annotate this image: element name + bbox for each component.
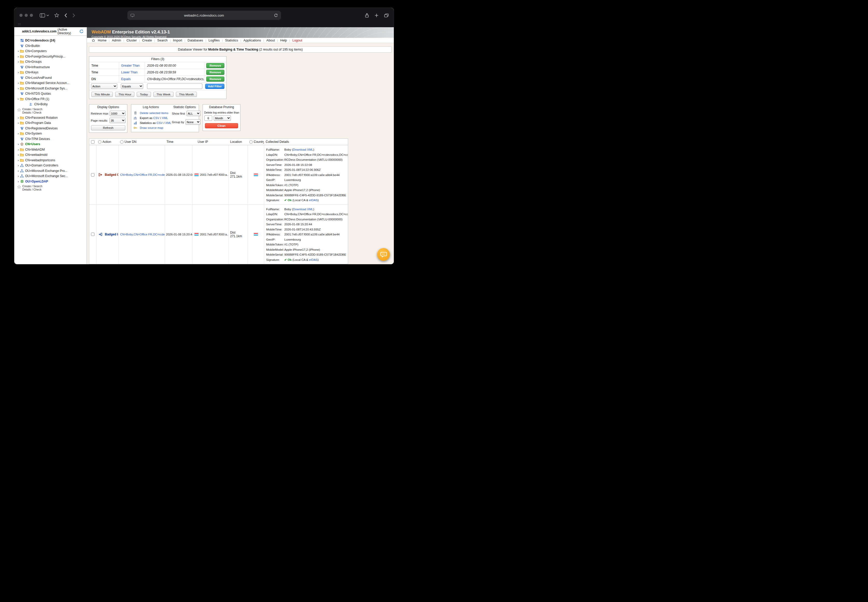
show-first-select[interactable]: ALL xyxy=(186,111,200,116)
tree-item-cn-program-data[interactable]: ›CN=Program Data xyxy=(17,120,86,126)
menu-item-about[interactable]: About xyxy=(266,38,275,42)
filter-operator[interactable]: Lower Than xyxy=(119,69,145,75)
menu-item-home[interactable]: Home xyxy=(91,38,106,42)
tree-item-ou-microsoft-exchange-pro[interactable]: ›OU=Microsoft Exchange Pro... xyxy=(17,168,86,174)
quick-filter-this-week[interactable]: This Week xyxy=(153,92,174,97)
chevron-right-icon[interactable]: › xyxy=(17,121,20,124)
sort-user-dn-radio[interactable] xyxy=(120,140,123,144)
tree-item-cn-groups[interactable]: ›CN=Groups xyxy=(17,59,86,64)
back-button[interactable] xyxy=(64,13,67,18)
quick-filter-this-hour[interactable]: This Hour xyxy=(115,92,134,97)
tree-action-create[interactable]: Create xyxy=(22,108,31,111)
menu-item-search[interactable]: Search xyxy=(157,38,168,42)
inline-link-draw-source-map[interactable]: Draw source map xyxy=(140,126,163,129)
tree-item-cn-users[interactable]: ›CN=Users xyxy=(17,141,86,147)
bookmark-star-button[interactable] xyxy=(54,13,59,18)
pruning-unit-select[interactable]: Month xyxy=(214,115,231,121)
chevron-right-icon[interactable]: › xyxy=(17,60,20,63)
menu-item-help[interactable]: Help xyxy=(280,38,287,42)
menu-item-admin[interactable]: Admin xyxy=(112,38,121,42)
tree-item-cn-builtin[interactable]: CN=Builtin xyxy=(17,43,86,49)
tree-action-create[interactable]: Create xyxy=(22,184,31,188)
tree-item-cn-registereddevices[interactable]: CN=RegisteredDevices xyxy=(17,126,86,131)
tree-item-ou-domain-controllers[interactable]: ›OU=Domain Controllers xyxy=(17,163,86,168)
tree-item-cn-webadm[interactable]: ›CN=WebADM xyxy=(17,147,86,152)
tree-item-cn-infrastructure[interactable]: CN=Infrastructure xyxy=(17,64,86,70)
menu-item-cluster[interactable]: Cluster xyxy=(126,38,137,42)
tree-item-cn-computers[interactable]: ›CN=Computers xyxy=(17,49,86,54)
filter-operator[interactable]: Greater Than xyxy=(119,62,145,69)
tree-item-cn-keys[interactable]: ›CN=Keys xyxy=(17,70,86,75)
filter-operator[interactable]: Equals xyxy=(119,76,145,82)
quick-filter-today[interactable]: Today xyxy=(137,92,151,97)
tree-action-check[interactable]: Check xyxy=(34,188,42,191)
chevron-right-icon[interactable]: › xyxy=(17,148,20,151)
chevron-right-icon[interactable]: › xyxy=(17,132,20,135)
inline-link-download-xml[interactable]: Download XML xyxy=(293,208,313,211)
tree-action-search[interactable]: Search xyxy=(33,184,42,188)
clean-button[interactable]: Clean xyxy=(205,123,238,128)
remove-filter-button[interactable]: Remove xyxy=(206,77,225,82)
chevron-right-icon[interactable]: › xyxy=(17,81,20,84)
menu-item-applications[interactable]: Applications xyxy=(243,38,261,42)
tree-item-cn-tpm-devices[interactable]: CN=TPM Devices xyxy=(17,137,86,142)
tree-item-cn-foreignsecurityprincip[interactable]: ›CN=ForeignSecurityPrincip... xyxy=(17,54,86,59)
inline-link-xml[interactable]: XML xyxy=(165,121,171,124)
tree-item-cn-password-rotation[interactable]: ›CN=Password Rotation xyxy=(17,115,86,121)
chevron-right-icon[interactable]: › xyxy=(17,116,20,119)
tree-item-cn-lostandfound[interactable]: CN=LostAndFound xyxy=(17,75,86,81)
inline-link-csv[interactable]: CSV xyxy=(157,121,163,124)
chevron-right-icon[interactable]: › xyxy=(17,55,20,58)
tree-item-ou-openldap[interactable]: ›OU=OpenLDAP xyxy=(17,179,86,184)
tree-item-cn-microsoft-exchange-sys[interactable]: ›CN=Microsoft Exchange Sys... xyxy=(17,86,86,91)
add-filter-button[interactable]: Add Filter xyxy=(205,84,225,89)
tree-action-details[interactable]: Details xyxy=(22,111,31,114)
filter-value-input[interactable] xyxy=(147,83,202,89)
remove-filter-button[interactable]: Remove xyxy=(206,63,225,68)
chevron-right-icon[interactable]: › xyxy=(17,164,20,167)
tree-item-cn-system[interactable]: ›CN=System xyxy=(17,131,86,137)
chevron-right-icon[interactable]: › xyxy=(17,180,20,183)
tree-action-search[interactable]: Search xyxy=(33,108,42,111)
filter-field-select[interactable]: Action xyxy=(91,83,117,89)
chat-widget-button[interactable] xyxy=(377,248,390,261)
tree-item-ou-microsoft-exchange-sec[interactable]: ›OU=Microsoft Exchange Sec... xyxy=(17,174,86,179)
menu-item-databases[interactable]: Databases xyxy=(188,38,203,42)
menu-item-logfiles[interactable]: Logfiles xyxy=(209,38,220,42)
chevron-right-icon[interactable]: › xyxy=(17,175,20,178)
tree-item-cn-webadmold[interactable]: ›CN=webadmold xyxy=(17,152,86,158)
tree-item-cn-ntds-quotas[interactable]: CN=NTDS Quotas xyxy=(17,91,86,97)
share-button[interactable] xyxy=(365,13,369,18)
pruning-value-input[interactable] xyxy=(205,115,212,121)
menu-item-statistics[interactable]: Statistics xyxy=(225,38,238,42)
page-results-select[interactable]: 35 xyxy=(109,118,126,123)
inline-link-delete-selected-items[interactable]: Delete selected items xyxy=(140,112,168,115)
user-dn-link[interactable]: CN=Boby,CN=Office FR,DC=rcdevs... xyxy=(120,233,165,236)
inline-link-csv[interactable]: CSV xyxy=(153,117,160,120)
quick-filter-this-minute[interactable]: This Minute xyxy=(91,92,113,97)
row-checkbox[interactable] xyxy=(91,233,94,236)
tree-item-dc-rcdevsdocs-24[interactable]: DC=rcdevsdocs (24) xyxy=(17,38,86,43)
menu-item-create[interactable]: Create xyxy=(142,38,152,42)
sort-action-radio[interactable] xyxy=(98,140,102,144)
filter-op-select[interactable]: Equals xyxy=(121,83,143,89)
inline-link-eidas[interactable]: eIDAS xyxy=(309,258,317,261)
tree-item-cn-managed-service-accoun[interactable]: ›CN=Managed Service Accoun... xyxy=(17,80,86,86)
menu-item-logout[interactable]: Logout xyxy=(292,38,302,42)
chevron-right-icon[interactable]: › xyxy=(17,159,20,162)
forward-button[interactable] xyxy=(72,13,75,18)
group-by-select[interactable]: None xyxy=(185,119,200,125)
sidebar-toggle-button[interactable] xyxy=(40,13,49,18)
tree-action-details[interactable]: Details xyxy=(22,188,31,191)
inline-link-xml[interactable]: XML xyxy=(162,117,168,120)
chevron-right-icon[interactable]: › xyxy=(17,49,20,53)
close-window-button[interactable] xyxy=(20,14,23,17)
chevron-right-icon[interactable]: › xyxy=(17,169,20,172)
chevron-right-icon[interactable]: › xyxy=(17,143,20,146)
user-dn-link[interactable]: CN=Boby,CN=Office FR,DC=rcdevs... xyxy=(120,173,165,176)
zoom-window-button[interactable] xyxy=(30,14,33,17)
chevron-right-icon[interactable]: › xyxy=(17,153,20,156)
chevron-right-icon[interactable]: › xyxy=(17,71,20,74)
menu-item-import[interactable]: Import xyxy=(173,38,182,42)
select-all-checkbox[interactable] xyxy=(91,140,94,144)
